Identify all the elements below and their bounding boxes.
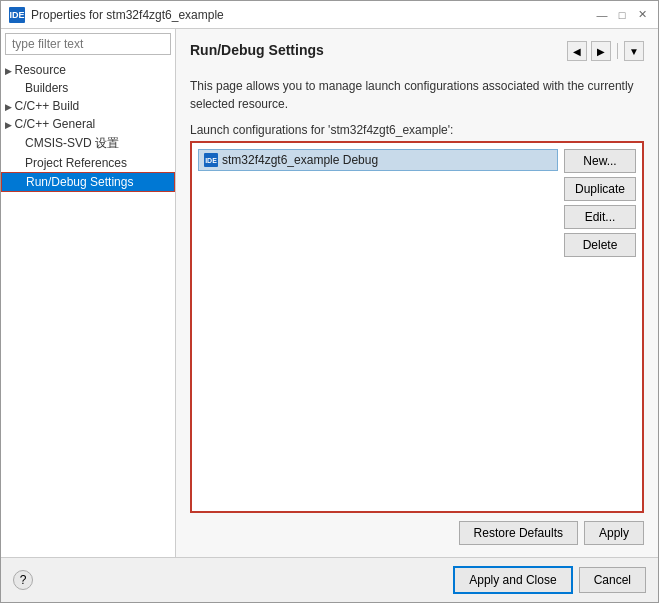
launch-label: Launch configurations for 'stm32f4zgt6_e… (190, 123, 644, 137)
sidebar: Resource Builders C/C++ Build C/C++ Gene… (1, 29, 176, 557)
sidebar-item-resource[interactable]: Resource (1, 61, 175, 79)
panel-toolbar: ◀ ▶ ▼ (567, 41, 644, 61)
help-button[interactable]: ? (13, 570, 33, 590)
cancel-button[interactable]: Cancel (579, 567, 646, 593)
new-button[interactable]: New... (564, 149, 636, 173)
config-buttons: New... Duplicate Edit... Delete (564, 149, 636, 505)
delete-button[interactable]: Delete (564, 233, 636, 257)
tree-area: Resource Builders C/C++ Build C/C++ Gene… (1, 59, 175, 557)
config-list: IDE stm32f4zgt6_example Debug (198, 149, 558, 505)
footer-right: Apply and Close Cancel (453, 566, 646, 594)
sidebar-item-builders[interactable]: Builders (1, 79, 175, 97)
title-bar-left: IDE Properties for stm32f4zgt6_example (9, 7, 224, 23)
filter-input[interactable] (5, 33, 171, 55)
properties-dialog: IDE Properties for stm32f4zgt6_example —… (0, 0, 659, 603)
edit-button[interactable]: Edit... (564, 205, 636, 229)
config-item-label: stm32f4zgt6_example Debug (222, 153, 378, 167)
minimize-button[interactable]: — (594, 7, 610, 23)
maximize-button[interactable]: □ (614, 7, 630, 23)
panel-title: Run/Debug Settings (190, 42, 324, 58)
back-button[interactable]: ◀ (567, 41, 587, 61)
content-area: Resource Builders C/C++ Build C/C++ Gene… (1, 29, 658, 557)
sidebar-item-cpp-build[interactable]: C/C++ Build (1, 97, 175, 115)
sidebar-item-run-debug-settings[interactable]: Run/Debug Settings (1, 172, 175, 192)
footer-left: ? (13, 570, 33, 590)
restore-defaults-button[interactable]: Restore Defaults (459, 521, 578, 545)
title-controls: — □ ✕ (594, 7, 650, 23)
config-item-icon: IDE (204, 153, 218, 167)
apply-button[interactable]: Apply (584, 521, 644, 545)
config-item[interactable]: IDE stm32f4zgt6_example Debug (198, 149, 558, 171)
title-bar: IDE Properties for stm32f4zgt6_example —… (1, 1, 658, 29)
sidebar-item-project-references[interactable]: Project References (1, 154, 175, 172)
bottom-bar: Restore Defaults Apply (190, 521, 644, 545)
apply-and-close-button[interactable]: Apply and Close (453, 566, 572, 594)
close-button[interactable]: ✕ (634, 7, 650, 23)
toolbar-separator (617, 43, 618, 59)
more-button[interactable]: ▼ (624, 41, 644, 61)
window-title: Properties for stm32f4zgt6_example (31, 8, 224, 22)
app-icon: IDE (9, 7, 25, 23)
footer: ? Apply and Close Cancel (1, 557, 658, 602)
sidebar-item-cmsis-svd[interactable]: CMSIS-SVD 设置 (1, 133, 175, 154)
sidebar-item-cpp-general[interactable]: C/C++ General (1, 115, 175, 133)
description-text: This page allows you to manage launch co… (190, 77, 644, 113)
duplicate-button[interactable]: Duplicate (564, 177, 636, 201)
launch-area: IDE stm32f4zgt6_example Debug New... Dup… (190, 141, 644, 513)
forward-button[interactable]: ▶ (591, 41, 611, 61)
main-panel: Run/Debug Settings ◀ ▶ ▼ This page allow… (176, 29, 658, 557)
